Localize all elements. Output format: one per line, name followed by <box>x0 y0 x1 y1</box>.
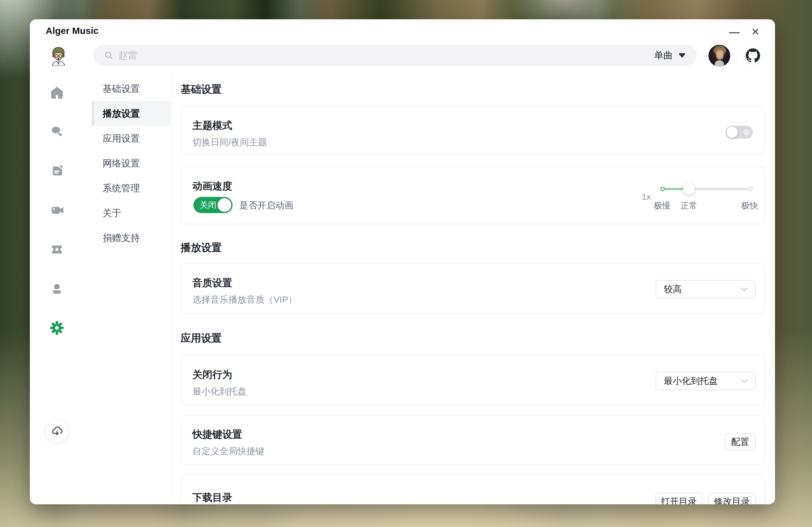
close-behavior-select[interactable]: 最小化到托盘 <box>656 372 756 390</box>
card-title: 下载目录 <box>192 491 232 504</box>
close-behavior-card: 关闭行为 最小化到托盘 最小化到托盘 <box>180 355 765 405</box>
nav-settings-icon[interactable] <box>50 321 64 335</box>
card-desc: 切换日间/夜间主题 <box>192 136 267 149</box>
download-manager-button[interactable] <box>45 419 69 443</box>
section-heading-app: 应用设置 <box>180 331 222 345</box>
slider-handle[interactable] <box>683 183 695 195</box>
sun-icon <box>743 128 750 136</box>
toggle-knob <box>726 127 738 138</box>
slider-mark-slow <box>660 187 665 191</box>
nav-search-icon[interactable] <box>50 125 64 139</box>
menu-item-donate[interactable]: 捐赠支持 <box>92 226 170 251</box>
card-title: 关闭行为 <box>192 368 232 382</box>
animation-speed-card: 动画速度 关闭 是否开启动画 1x 极慢 正常 极快 <box>180 167 765 224</box>
settings-content: 基础设置 主题模式 切换日间/夜间主题 动画速度 关闭 是否开启动画 1x <box>180 19 765 504</box>
section-heading-basic: 基础设置 <box>180 83 222 97</box>
nav-playlist-icon[interactable] <box>50 164 64 178</box>
card-title: 动画速度 <box>192 180 232 193</box>
nav-home-icon[interactable] <box>50 86 64 100</box>
menu-item-app[interactable]: 应用设置 <box>92 126 170 151</box>
configure-button[interactable]: 配置 <box>725 433 756 451</box>
theme-toggle[interactable] <box>726 126 753 139</box>
nav-mv-icon[interactable] <box>50 203 64 217</box>
card-title: 快捷键设置 <box>192 428 242 441</box>
toggle-label: 关闭 <box>200 197 216 213</box>
shortcut-card: 快捷键设置 自定义全局快捷键 配置 <box>180 415 765 465</box>
animation-toggle-desc: 是否开启动画 <box>240 199 293 212</box>
card-desc: 选择音乐播放音质（VIP） <box>192 294 297 306</box>
slider-value: 1x <box>642 192 651 202</box>
menu-item-about[interactable]: 关于 <box>92 201 170 226</box>
nav-favorites-icon[interactable] <box>50 242 64 256</box>
section-heading-playback: 播放设置 <box>180 241 222 255</box>
app-logo-avatar <box>49 44 68 66</box>
slider-mark-fast <box>748 187 753 191</box>
open-dir-button[interactable]: 打开目录 <box>655 493 702 504</box>
card-desc: 自定义全局快捷键 <box>192 445 264 458</box>
menu-divider <box>172 75 172 498</box>
app-window: Alger Music — ✕ 单曲 <box>30 19 775 504</box>
chevron-down-icon <box>741 287 748 291</box>
menu-item-network[interactable]: 网络设置 <box>92 151 170 176</box>
card-title: 音质设置 <box>192 276 232 290</box>
chevron-down-icon <box>741 379 748 383</box>
slider-track[interactable] <box>661 188 753 190</box>
window-title: Alger Music <box>46 26 99 36</box>
download-dir-card: 下载目录 打开目录 修改目录 <box>180 474 765 504</box>
animation-speed-slider: 1x 极慢 正常 极快 <box>661 167 753 225</box>
toggle-knob <box>218 198 231 212</box>
animation-toggle[interactable]: 关闭 <box>193 197 233 213</box>
quality-select[interactable]: 较高 <box>656 280 756 298</box>
card-desc: 最小化到托盘 <box>192 385 247 398</box>
settings-menu: 基础设置 播放设置 应用设置 网络设置 系统管理 关于 捐赠支持 <box>92 76 170 251</box>
cloud-download-icon <box>49 424 64 439</box>
menu-item-playback[interactable]: 播放设置 <box>92 101 170 126</box>
theme-mode-card: 主题模式 切换日间/夜间主题 <box>180 106 765 154</box>
menu-item-system[interactable]: 系统管理 <box>92 176 170 201</box>
change-dir-button[interactable]: 修改目录 <box>708 493 756 504</box>
menu-item-basic[interactable]: 基础设置 <box>92 76 170 101</box>
card-title: 主题模式 <box>192 119 232 132</box>
search-icon <box>104 51 114 60</box>
nav-user-icon[interactable] <box>50 282 64 296</box>
audio-quality-card: 音质设置 选择音乐播放音质（VIP） 较高 <box>180 263 765 314</box>
